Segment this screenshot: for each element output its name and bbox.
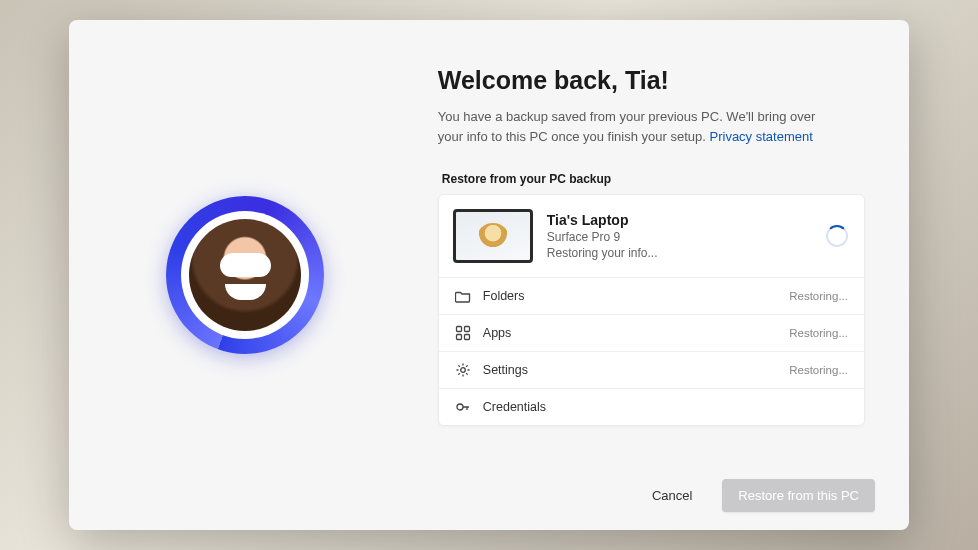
restore-button[interactable]: Restore from this PC xyxy=(722,479,875,512)
device-thumbnail xyxy=(453,209,533,263)
restore-section-label: Restore from your PC backup xyxy=(442,172,865,186)
restore-item-folders: Folders Restoring... xyxy=(439,278,864,315)
footer-actions: Cancel Restore from this PC xyxy=(642,479,875,512)
restore-item-label: Credentials xyxy=(483,400,836,414)
device-model: Surface Pro 9 xyxy=(547,230,812,244)
avatar-ring-inner xyxy=(181,211,309,339)
privacy-link[interactable]: Privacy statement xyxy=(710,129,813,144)
page-subtitle: You have a backup saved from your previo… xyxy=(438,107,818,146)
svg-rect-1 xyxy=(464,327,469,332)
page-title: Welcome back, Tia! xyxy=(438,66,865,95)
svg-point-4 xyxy=(460,368,465,373)
cancel-button[interactable]: Cancel xyxy=(642,480,702,511)
device-status: Restoring your info... xyxy=(547,246,812,260)
restore-item-settings: Settings Restoring... xyxy=(439,352,864,389)
svg-rect-3 xyxy=(464,335,469,340)
restore-card: Tia's Laptop Surface Pro 9 Restoring you… xyxy=(438,194,865,426)
key-icon xyxy=(455,399,471,415)
restore-item-credentials: Credentials xyxy=(439,389,864,425)
restore-item-status: Restoring... xyxy=(789,290,848,302)
restore-item-label: Folders xyxy=(483,289,777,303)
settings-icon xyxy=(455,362,471,378)
device-name: Tia's Laptop xyxy=(547,212,812,228)
device-row[interactable]: Tia's Laptop Surface Pro 9 Restoring you… xyxy=(439,195,864,278)
svg-rect-2 xyxy=(456,335,461,340)
folder-icon xyxy=(455,288,471,304)
user-avatar xyxy=(189,219,301,331)
device-meta: Tia's Laptop Surface Pro 9 Restoring you… xyxy=(547,212,812,260)
restore-item-label: Settings xyxy=(483,363,777,377)
svg-rect-0 xyxy=(456,327,461,332)
content-pane: Welcome back, Tia! You have a backup sav… xyxy=(422,20,909,530)
restore-item-status: Restoring... xyxy=(789,327,848,339)
restore-item-apps: Apps Restoring... xyxy=(439,315,864,352)
restore-item-status: Restoring... xyxy=(789,364,848,376)
avatar-ring xyxy=(166,196,324,354)
avatar-pane xyxy=(69,20,422,530)
oobe-restore-window: Welcome back, Tia! You have a backup sav… xyxy=(69,20,909,530)
restore-item-label: Apps xyxy=(483,326,777,340)
spinner-icon xyxy=(826,225,848,247)
apps-icon xyxy=(455,325,471,341)
svg-point-5 xyxy=(457,404,463,410)
